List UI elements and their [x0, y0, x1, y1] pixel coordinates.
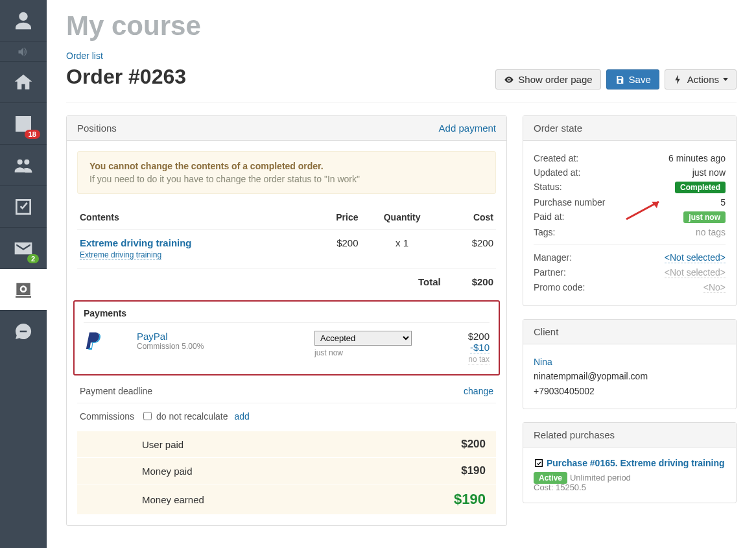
manager-value[interactable]: <Not selected> — [665, 252, 726, 263]
status-label: Status: — [534, 182, 562, 193]
related-purchase-link[interactable]: Purchase #0165. Extreme driving training — [547, 458, 725, 468]
do-not-recalc-checkbox[interactable] — [143, 412, 152, 420]
deadline-label: Payment deadline — [80, 386, 152, 396]
pnum-label: Purchase number — [534, 197, 606, 208]
pnum-value: 5 — [720, 197, 726, 208]
positions-table: Contents Price Quantity Cost Extreme dri… — [77, 206, 496, 295]
summary-table: User paid $200 Money paid $190 Money ear… — [77, 431, 496, 515]
sidebar-item-sound[interactable] — [0, 42, 47, 61]
sidebar-item-chat[interactable] — [0, 310, 47, 351]
related-purchases-panel: Related purchases Purchase #0165. Extrem… — [523, 422, 737, 503]
alert-title: You cannot change the contents of a comp… — [89, 161, 324, 171]
related-period: Unlimited period — [570, 473, 631, 482]
payment-amount: $200 — [431, 331, 490, 342]
add-payment-link[interactable]: Add payment — [439, 123, 496, 134]
col-cost: Cost — [443, 206, 496, 230]
show-order-label: Show order page — [518, 74, 592, 85]
chat-icon — [13, 321, 34, 342]
client-panel: Client Nina ninatempmail@yopmail.com +79… — [523, 319, 737, 409]
payment-commission-amount[interactable]: -$10 — [470, 342, 490, 353]
client-head: Client — [523, 320, 736, 344]
created-value: 6 minutes ago — [668, 153, 726, 163]
positions-title: Positions — [77, 123, 117, 134]
save-button[interactable]: Save — [606, 69, 659, 89]
promo-label: Promo code: — [534, 282, 585, 293]
commissions-label: Commissions — [80, 411, 134, 422]
partner-value[interactable]: <Not selected> — [665, 267, 726, 278]
money-paid-value: $190 — [313, 458, 496, 484]
item-subtitle[interactable]: Extreme driving training — [80, 250, 161, 260]
sidebar-item-stats[interactable]: 18 — [0, 102, 47, 144]
sidebar-item-mail[interactable]: 2 — [0, 227, 47, 268]
actions-dropdown-button[interactable]: Actions — [665, 69, 737, 89]
payments-title: Payments — [84, 308, 490, 318]
mail-badge: 2 — [27, 254, 39, 263]
positions-head: Positions Add payment — [67, 116, 506, 141]
item-qty: x 1 — [361, 230, 443, 268]
total-value: $200 — [443, 268, 496, 296]
col-contents: Contents — [77, 206, 307, 230]
sidebar-item-profile[interactable] — [0, 0, 47, 42]
payment-deadline-row: Payment deadline change — [77, 379, 496, 403]
checkbox-icon — [13, 197, 34, 217]
paid-badge: just now — [683, 211, 726, 223]
item-name[interactable]: Extreme driving training — [80, 237, 192, 248]
actions-label: Actions — [687, 74, 719, 85]
payments-highlight-box: Payments PayPal Commission 5.00% — [73, 300, 500, 375]
user-paid-value: $200 — [313, 431, 496, 458]
item-price: $200 — [307, 230, 361, 268]
payment-commission-label: Commission 5.00% — [137, 342, 314, 351]
client-email: ninatempmail@yopmail.com — [534, 371, 648, 381]
status-badge: Completed — [675, 182, 726, 193]
speaker-icon — [17, 45, 30, 58]
payment-row: PayPal Commission 5.00% Accepted just no… — [84, 322, 490, 364]
client-phone: +79030405002 — [534, 386, 595, 396]
payment-time: just now — [314, 348, 431, 357]
sidebar-item-home[interactable] — [0, 61, 47, 102]
table-row: Extreme driving training Extreme driving… — [77, 230, 496, 268]
summary-row-money-earned: Money earned $190 — [77, 484, 496, 515]
order-state-head: Order state — [523, 116, 736, 141]
payment-status-select[interactable]: Accepted — [314, 331, 412, 346]
user-icon — [13, 10, 34, 31]
col-quantity: Quantity — [361, 206, 443, 230]
completed-order-alert: You cannot change the contents of a comp… — [77, 151, 496, 194]
sidebar-item-orders[interactable] — [0, 268, 47, 310]
breadcrumb-link[interactable]: Order list — [66, 51, 103, 61]
check-square-icon — [534, 458, 544, 468]
user-paid-label: User paid — [77, 431, 313, 458]
sidebar-item-users[interactable] — [0, 144, 47, 185]
paypal-icon — [84, 331, 103, 353]
item-cost: $200 — [443, 230, 496, 268]
home-icon — [13, 72, 34, 93]
page-title: My course — [66, 10, 737, 42]
do-not-recalc-label[interactable]: do not recalculate — [141, 410, 228, 422]
client-name[interactable]: Nina — [534, 357, 552, 367]
alert-subtitle: If you need to do it you have to change … — [89, 174, 484, 184]
commissions-row: Commissions do not recalculate add — [77, 403, 496, 429]
money-earned-value: $190 — [313, 484, 496, 515]
money-paid-label: Money paid — [77, 458, 313, 484]
total-row: Total $200 — [77, 268, 496, 296]
sidebar-item-tasks[interactable] — [0, 185, 47, 227]
divider — [66, 102, 737, 102]
do-not-recalc-text: do not recalculate — [156, 411, 228, 422]
commissions-add-link[interactable]: add — [235, 411, 250, 422]
partner-label: Partner: — [534, 267, 566, 278]
promo-value[interactable]: <No> — [703, 282, 726, 293]
positions-panel: Positions Add payment You cannot change … — [66, 115, 507, 526]
save-icon — [615, 75, 625, 85]
updated-label: Updated at: — [534, 167, 580, 178]
sidebar: 18 2 — [0, 0, 47, 548]
payment-no-tax: no tax — [468, 355, 490, 364]
show-order-page-button[interactable]: Show order page — [495, 69, 600, 89]
users-icon — [13, 155, 34, 176]
payment-method[interactable]: PayPal — [137, 331, 314, 342]
col-price: Price — [307, 206, 361, 230]
created-label: Created at: — [534, 153, 578, 163]
tags-value: no tags — [696, 227, 726, 237]
eye-icon — [504, 75, 514, 85]
deadline-change-link[interactable]: change — [464, 386, 493, 396]
order-state-panel: Order state Created at:6 minutes ago Upd… — [523, 115, 737, 306]
money-earned-label: Money earned — [77, 484, 313, 515]
